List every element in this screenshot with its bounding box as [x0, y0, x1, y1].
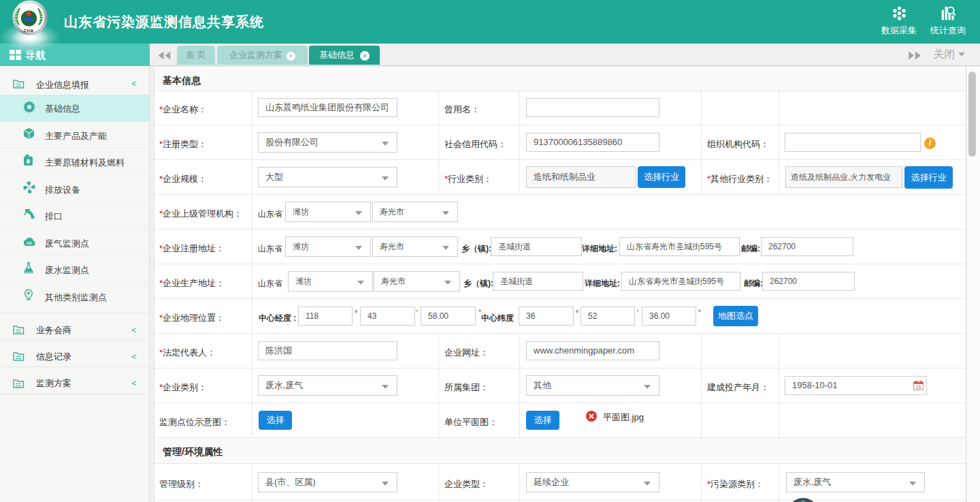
- svg-text:co: co: [27, 240, 32, 245]
- svg-text:ZHB: ZHB: [24, 29, 34, 33]
- svg-text:15: 15: [916, 385, 921, 390]
